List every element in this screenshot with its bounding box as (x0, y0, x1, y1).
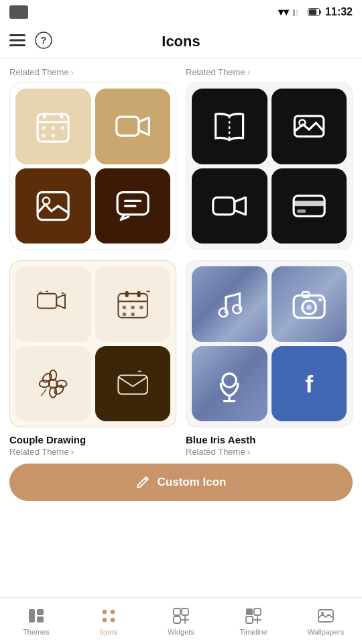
svg-rect-74 (254, 608, 261, 615)
svg-rect-12 (43, 113, 46, 119)
theme-name-blue: Blue Iris Aesth (186, 434, 353, 445)
icon-cell[interactable] (15, 89, 91, 164)
custom-icon-label: Custom Icon (158, 476, 227, 489)
page-title: Icons (162, 33, 200, 50)
svg-point-65 (111, 610, 115, 614)
svg-point-54 (306, 305, 312, 311)
hamburger-icon[interactable] (9, 34, 25, 49)
icon-grid-dark (186, 83, 353, 250)
icon-cell[interactable] (15, 346, 91, 422)
chevron-icon: › (247, 447, 250, 457)
icon-cell[interactable] (15, 266, 91, 342)
chevron-icon: › (71, 68, 74, 77)
theme-couple-drawing: Couple Drawing Related Theme › (9, 260, 176, 457)
svg-rect-17 (42, 134, 46, 138)
icon-cell[interactable] (272, 168, 347, 244)
theme-warm-brown: Related Theme › (9, 67, 176, 250)
themes-icon (27, 606, 46, 625)
timeline-icon (244, 606, 263, 625)
status-bar: ▾▾ 11:32 (0, 0, 362, 24)
svg-rect-38 (131, 306, 134, 309)
signal-icon (293, 7, 304, 18)
time-display: 11:32 (325, 6, 353, 18)
svg-rect-28 (213, 197, 235, 215)
icon-cell[interactable] (192, 168, 267, 244)
timeline-label: Timeline (239, 628, 267, 636)
nav-item-timeline[interactable]: Timeline (217, 606, 290, 636)
svg-point-48 (53, 384, 65, 396)
svg-rect-7 (9, 44, 25, 46)
icon-cell[interactable] (272, 266, 347, 342)
icon-grid-couple (9, 260, 176, 427)
svg-rect-3 (309, 9, 316, 15)
theme-blue-iris: f Blue Iris Aesth Related Theme › (186, 260, 353, 457)
svg-rect-18 (52, 134, 55, 138)
icon-cell[interactable] (192, 346, 267, 422)
help-icon[interactable]: ? (35, 32, 52, 52)
svg-rect-40 (122, 313, 125, 316)
nav-item-widgets[interactable]: Widgets (145, 606, 217, 636)
svg-rect-41 (131, 313, 134, 316)
svg-rect-0 (293, 9, 295, 16)
related-theme-link-4[interactable]: Related Theme › (186, 447, 353, 457)
theme-name-couple: Couple Drawing (9, 434, 176, 445)
svg-point-66 (103, 618, 107, 622)
icon-cell[interactable] (192, 266, 267, 342)
svg-rect-6 (9, 39, 25, 41)
icon-cell[interactable] (95, 168, 171, 244)
svg-rect-37 (122, 306, 125, 309)
svg-rect-31 (297, 209, 306, 213)
icon-cell[interactable] (15, 168, 91, 244)
icon-cell[interactable] (192, 89, 267, 164)
nav-item-icons[interactable]: Icons (72, 606, 145, 636)
svg-rect-16 (61, 126, 64, 129)
svg-rect-49 (118, 375, 147, 394)
svg-text:?: ? (41, 35, 47, 46)
related-theme-link-2[interactable]: Related Theme › (186, 67, 353, 77)
svg-rect-4 (320, 10, 321, 13)
icon-cell[interactable] (95, 346, 171, 422)
svg-point-57 (223, 373, 236, 386)
status-indicator (9, 5, 28, 19)
svg-rect-68 (174, 608, 180, 615)
widgets-icon (172, 606, 190, 625)
icon-cell[interactable] (272, 89, 347, 164)
icons-label: Icons (100, 628, 117, 636)
widgets-label: Widgets (168, 628, 194, 636)
svg-rect-20 (38, 192, 68, 219)
svg-point-79 (321, 612, 324, 614)
theme-dark: Related Theme › (186, 67, 353, 250)
icon-cell[interactable] (95, 89, 171, 164)
svg-rect-36 (137, 291, 140, 297)
pencil-icon (136, 474, 151, 491)
wifi-icon: ▾▾ (278, 6, 289, 18)
nav-item-themes[interactable]: Themes (0, 606, 72, 636)
svg-point-67 (111, 618, 115, 622)
icon-grid-warm-brown (9, 83, 176, 250)
svg-point-21 (43, 197, 50, 204)
bottom-nav: Themes Icons Widgets (0, 597, 362, 644)
svg-rect-70 (174, 616, 180, 623)
header: ? Icons (0, 24, 362, 59)
chevron-icon: › (247, 68, 250, 77)
svg-rect-61 (29, 609, 35, 623)
icon-cell[interactable]: f (272, 346, 347, 422)
svg-rect-30 (294, 201, 324, 206)
nav-item-wallpapers[interactable]: Wallpapers (290, 606, 362, 636)
svg-rect-63 (37, 616, 44, 623)
svg-rect-32 (38, 294, 56, 309)
related-theme-link-1[interactable]: Related Theme › (9, 67, 176, 77)
svg-rect-14 (42, 126, 46, 129)
chevron-icon: › (71, 447, 74, 457)
svg-rect-19 (116, 117, 138, 136)
svg-rect-75 (246, 616, 253, 623)
wallpapers-label: Wallpapers (308, 628, 345, 636)
svg-point-64 (103, 610, 107, 614)
custom-icon-button[interactable]: Custom Icon (9, 464, 353, 501)
svg-text:f: f (305, 371, 313, 398)
icon-cell[interactable] (95, 266, 171, 342)
related-theme-link-3[interactable]: Related Theme › (9, 447, 176, 457)
svg-rect-39 (139, 306, 143, 309)
svg-rect-15 (52, 126, 55, 129)
status-right: ▾▾ 11:32 (278, 6, 353, 18)
